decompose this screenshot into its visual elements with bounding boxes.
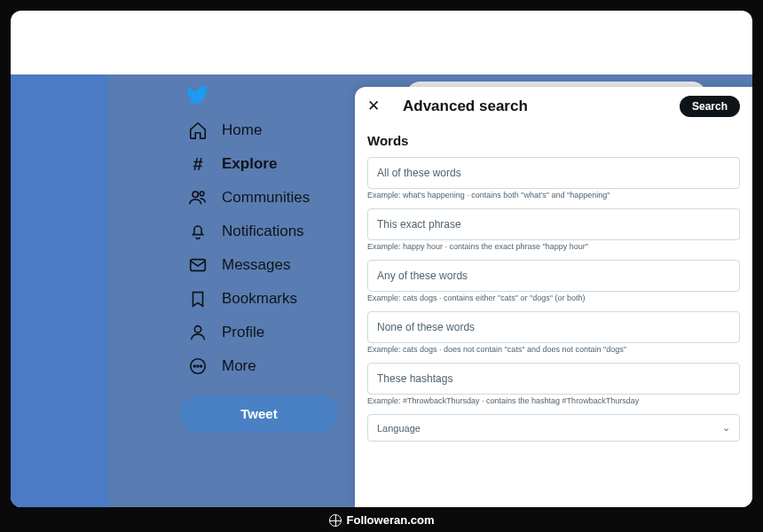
attribution-bar: Followeran.com [0, 513, 763, 527]
sidebar-item-messages[interactable]: Messages [179, 248, 357, 282]
svg-point-6 [197, 365, 199, 367]
svg-point-3 [194, 326, 201, 332]
svg-point-5 [193, 365, 195, 367]
people-icon [188, 188, 208, 207]
close-icon[interactable]: ✕ [367, 97, 387, 116]
tweet-button[interactable]: Tweet [179, 395, 339, 432]
sidebar-item-label: More [222, 357, 256, 375]
hint-hashtags: Example: #ThrowbackThursday · contains t… [367, 396, 740, 405]
sidebar: Home # Explore Communities Notifications… [179, 83, 357, 432]
sidebar-item-notifications[interactable]: Notifications [179, 215, 357, 248]
advanced-search-modal: ✕ Advanced search Search Words All of th… [355, 87, 752, 507]
sidebar-item-label: Profile [222, 324, 264, 341]
sidebar-item-label: Bookmarks [222, 290, 297, 308]
sidebar-item-label: Messages [222, 256, 290, 274]
hint-exact-phrase: Example: happy hour · contains the exact… [367, 242, 740, 251]
search-button[interactable]: Search [680, 96, 740, 117]
sidebar-item-label: Home [222, 121, 262, 139]
sidebar-item-home[interactable]: Home [179, 113, 357, 147]
section-words: Words [355, 126, 752, 157]
field-hashtags[interactable]: These hashtags [367, 363, 740, 395]
field-all-words[interactable]: All of these words [367, 157, 740, 189]
sidebar-item-explore[interactable]: # Explore [179, 147, 357, 181]
hint-none-words: Example: cats dogs · does not contain "c… [367, 345, 740, 354]
field-any-words[interactable]: Any of these words [367, 260, 740, 292]
hint-all-words: Example: what's happening · contains bot… [367, 191, 740, 200]
sidebar-item-label: Explore [222, 155, 277, 173]
svg-point-7 [201, 365, 202, 367]
sidebar-item-more[interactable]: More [179, 349, 357, 383]
person-icon [188, 323, 208, 342]
modal-title: Advanced search [403, 98, 680, 115]
more-circle-icon [188, 356, 208, 376]
sidebar-item-profile[interactable]: Profile [179, 316, 357, 349]
language-select[interactable]: Language ⌄ [367, 414, 740, 442]
bookmark-icon [188, 289, 208, 309]
sidebar-item-label: Communities [222, 189, 310, 207]
bell-icon [188, 222, 208, 241]
svg-point-1 [200, 192, 204, 196]
sidebar-item-label: Notifications [222, 223, 304, 240]
chevron-down-icon: ⌄ [722, 422, 730, 434]
home-icon [188, 121, 208, 140]
hint-any-words: Example: cats dogs · contains either "ca… [367, 293, 740, 302]
sidebar-item-bookmarks[interactable]: Bookmarks [179, 282, 357, 316]
sidebar-item-communities[interactable]: Communities [179, 181, 357, 215]
field-exact-phrase[interactable]: This exact phrase [367, 208, 740, 240]
language-label: Language [377, 423, 421, 434]
twitter-logo-icon[interactable] [186, 83, 209, 106]
svg-point-0 [193, 192, 198, 197]
device-frame: Home # Explore Communities Notifications… [11, 11, 752, 507]
hashtag-icon: # [188, 154, 208, 174]
field-none-words[interactable]: None of these words [367, 311, 740, 343]
globe-icon [329, 514, 342, 527]
envelope-icon [188, 255, 208, 275]
attribution-text: Followeran.com [347, 513, 435, 527]
